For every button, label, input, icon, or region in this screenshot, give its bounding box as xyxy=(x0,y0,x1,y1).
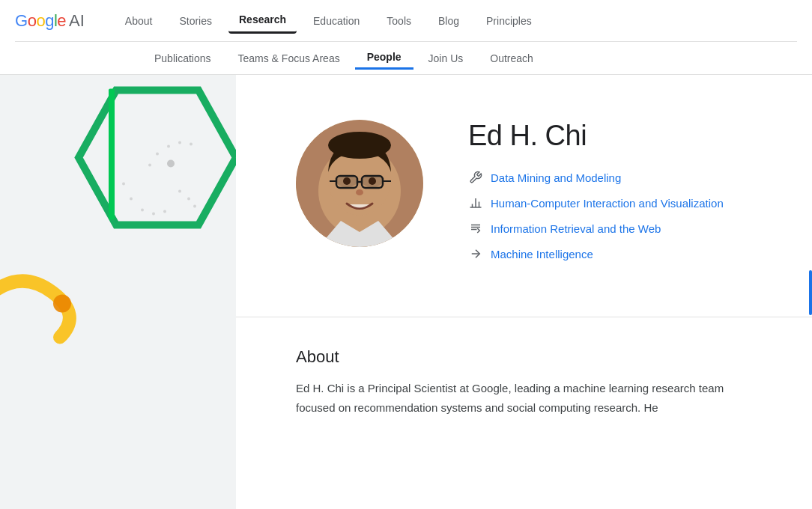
svg-point-6 xyxy=(122,183,125,186)
nav-education[interactable]: Education xyxy=(303,9,370,33)
svg-point-13 xyxy=(178,190,181,193)
focus-label-hci[interactable]: Human-Computer Interaction and Visualiza… xyxy=(491,197,724,210)
scrollbar[interactable] xyxy=(809,270,812,315)
svg-point-24 xyxy=(328,132,391,159)
svg-point-7 xyxy=(130,198,133,201)
svg-point-3 xyxy=(167,145,170,148)
subnav-joinus[interactable]: Join Us xyxy=(416,48,476,69)
content-area: Ed H. Chi Data Mining and Modeling xyxy=(0,75,812,509)
nav-principles[interactable]: Principles xyxy=(476,9,542,33)
focus-label-information-retrieval[interactable]: Information Retrieval and the Web xyxy=(491,222,661,235)
main-nav: About Stories Research Education Tools B… xyxy=(115,7,542,34)
focus-area-hci[interactable]: Human-Computer Interaction and Visualiza… xyxy=(468,195,767,210)
focus-label-data-mining[interactable]: Data Mining and Modeling xyxy=(491,171,621,184)
avatar xyxy=(296,120,423,247)
logo[interactable]: Google AI xyxy=(15,11,85,31)
svg-rect-0 xyxy=(0,76,236,510)
svg-point-1 xyxy=(148,164,151,167)
decorative-background xyxy=(0,75,236,509)
nav-tools[interactable]: Tools xyxy=(376,9,422,33)
left-decorative-panel xyxy=(0,75,236,509)
focus-area-data-mining[interactable]: Data Mining and Modeling xyxy=(468,170,767,185)
svg-point-4 xyxy=(178,141,181,144)
svg-point-32 xyxy=(343,177,351,185)
nav-stories[interactable]: Stories xyxy=(169,9,222,33)
sub-nav: Publications Teams & Focus Areas People … xyxy=(15,41,797,74)
focus-area-information-retrieval[interactable]: Information Retrieval and the Web xyxy=(468,221,767,236)
svg-point-33 xyxy=(369,177,376,185)
logo-ai-text: AI xyxy=(69,11,85,31)
svg-point-15 xyxy=(193,205,196,208)
profile-info: Ed H. Chi Data Mining and Modeling xyxy=(468,120,767,272)
svg-point-9 xyxy=(152,213,155,216)
subnav-outreach[interactable]: Outreach xyxy=(478,48,545,69)
wrench-icon xyxy=(468,170,483,185)
svg-point-10 xyxy=(163,210,166,213)
retrieval-icon xyxy=(468,221,483,236)
bar-chart-icon xyxy=(468,195,483,210)
svg-point-2 xyxy=(156,153,159,156)
about-text: Ed H. Chi is a Principal Scientist at Go… xyxy=(296,379,730,417)
svg-point-14 xyxy=(187,198,190,201)
about-section: About Ed H. Chi is a Principal Scientist… xyxy=(236,317,812,447)
svg-point-34 xyxy=(356,189,363,195)
main-content: Ed H. Chi Data Mining and Modeling xyxy=(236,75,812,509)
svg-point-5 xyxy=(190,143,193,146)
header: Google AI About Stories Research Educati… xyxy=(0,0,812,75)
nav-about[interactable]: About xyxy=(115,9,163,33)
focus-label-machine-intelligence[interactable]: Machine Intelligence xyxy=(491,248,593,260)
svg-rect-18 xyxy=(109,89,115,220)
about-title: About xyxy=(296,347,767,367)
arrow-icon xyxy=(468,246,483,261)
logo-google-text: Google xyxy=(15,11,66,31)
profile-section: Ed H. Chi Data Mining and Modeling xyxy=(236,75,812,317)
svg-point-8 xyxy=(141,209,144,212)
profile-name: Ed H. Chi xyxy=(468,120,767,152)
nav-research[interactable]: Research xyxy=(228,7,297,34)
svg-point-20 xyxy=(53,295,71,313)
svg-point-19 xyxy=(167,160,175,168)
subnav-teams[interactable]: Teams & Focus Areas xyxy=(226,48,352,69)
subnav-people[interactable]: People xyxy=(355,46,413,70)
nav-blog[interactable]: Blog xyxy=(428,9,470,33)
subnav-publications[interactable]: Publications xyxy=(142,48,223,69)
focus-area-machine-intelligence[interactable]: Machine Intelligence xyxy=(468,246,767,261)
nav-top: Google AI About Stories Research Educati… xyxy=(15,0,797,41)
